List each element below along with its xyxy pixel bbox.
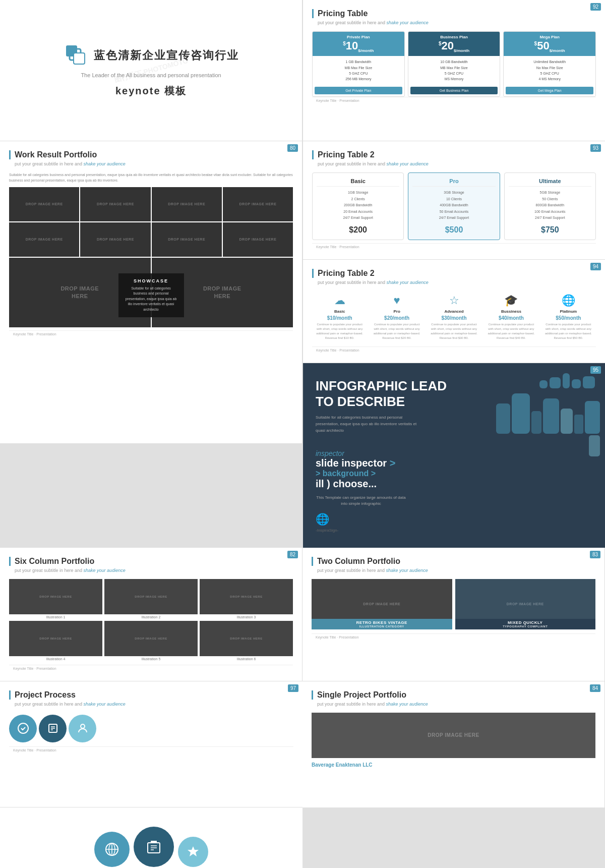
process-circles	[9, 715, 293, 742]
pricing-card-business: Business Plan $20$/month 10 GB Bandwidth…	[408, 31, 501, 97]
showcase-overlay: SHOWCASE Suitable for all categories bus…	[118, 273, 184, 318]
six-col-panel: 82 Six Column Portfolio put your great s…	[0, 548, 302, 681]
grad-icon: 🎓	[486, 294, 536, 307]
svg-point-8	[81, 724, 85, 728]
pricing3-basic-price: $10/month	[314, 315, 365, 321]
card-btn-mega[interactable]: Get Mega Plan	[506, 87, 593, 94]
six-col-item-3: DROP IMAGE HERE Illustration 3	[200, 579, 293, 619]
card-btn-private[interactable]: Get Private Plan	[315, 87, 402, 94]
pricing3-pro-name: Pro	[371, 309, 422, 314]
cover-subtitle-en: The Leader of the All business and perso…	[81, 72, 221, 78]
pricing3-platinum-price: $50/month	[543, 315, 594, 321]
infographic-panel: 95	[303, 363, 605, 548]
pricing3-subtitle: put your great subtitle in here and shak…	[312, 280, 596, 285]
card-header-mega: Mega Plan $50$/month	[504, 32, 595, 56]
pricing2-basic-features: 1GB Storage2 Clients200GB Bandwidth20 Em…	[317, 190, 399, 221]
six-col-item-2: DROP IMAGE HERE Illustration 2	[104, 579, 198, 619]
six-col-subtitle: put your great subtitle in here and shak…	[9, 568, 293, 573]
bottom-circle-3	[178, 837, 208, 867]
pricing2-footer: Keynote Title · Presentation	[312, 243, 596, 250]
bottom-circle-2	[134, 827, 174, 867]
project-process-title: Project Process	[9, 690, 293, 700]
pricing2-pro-title: Pro	[412, 178, 495, 187]
drop-image-container: DROP IMAGE HERE DROP IMAGE HERE DROP IMA…	[9, 187, 293, 327]
project-process-subtitle: put your great subtitle in here and shak…	[9, 702, 293, 707]
pricing-card-private: Private Plan $10$/month 1 GB BandwidthMB…	[312, 31, 405, 97]
panel-number-92: 92	[590, 3, 601, 11]
pricing3-card-business: 🎓 Bussiness $40/month Continue to popula…	[483, 291, 538, 343]
panel-number-97: 97	[288, 684, 298, 692]
six-col-grid: DROP IMAGE HERE Illustration 1 DROP IMAG…	[9, 579, 293, 661]
svg-rect-2	[74, 53, 85, 64]
six-col-label-2: Illustration 2	[104, 615, 198, 619]
two-col-footer: Keynote Title · Presentation	[312, 633, 595, 641]
drop-cell-2: DROP IMAGE HERE	[80, 187, 150, 221]
two-col-label-1: RETRO BIKES VINTAGE Illustration Categor…	[312, 619, 452, 629]
pricing2-cards: Basic 1GB Storage2 Clients200GB Bandwidt…	[312, 172, 596, 240]
panel-number-84: 84	[590, 684, 600, 692]
six-col-label-1: Illustration 1	[9, 615, 102, 619]
single-proj-title: Single Project Portfolio	[312, 690, 595, 700]
two-col-cell-2: DROP IMAGE HERE MIXED QUICKLY Typography…	[455, 579, 596, 629]
drop-cell-3: DROP IMAGE HERE	[152, 187, 222, 221]
bottom-circles	[9, 827, 293, 867]
card-btn-business[interactable]: Get Business Plan	[410, 87, 498, 94]
pricing1-cards: Private Plan $10$/month 1 GB BandwidthMB…	[312, 31, 596, 97]
right-column: 93 Pricing Table 2 put your great subtit…	[302, 141, 605, 548]
infographic-main-title: INFOGRAPHIC LEADTO DESCRIBE	[316, 378, 592, 410]
inspirasign: -InspiraSign-	[316, 528, 592, 533]
pricing3-basic-desc: Continue to populate your product with s…	[314, 322, 365, 340]
pricing3-panel: 94 Pricing Table 2 put your great subtit…	[303, 260, 605, 363]
six-col-item-4: DROP IMAGE HERE Illustration 4	[9, 621, 102, 661]
pricing3-cards: ☁ Basic $10/month Continue to populate y…	[312, 291, 596, 343]
drop-cell-1: DROP IMAGE HERE	[9, 187, 79, 221]
pricing2-ultimate-price: $750	[509, 225, 591, 235]
inspector-line1: inspector	[316, 449, 592, 457]
pricing2-subtitle: put your great subtitle in here and shak…	[312, 161, 596, 166]
six-col-cell-4: DROP IMAGE HERE	[9, 621, 102, 656]
panel-number-80: 80	[287, 144, 298, 152]
pricing2-ultimate-title: Ultimate	[509, 178, 591, 187]
two-col-grid: DROP IMAGE HERE RETRO BIKES VINTAGE Illu…	[312, 579, 595, 629]
pricing-card-mega: Mega Plan $50$/month Unlimited Bandwidth…	[503, 31, 596, 97]
pricing2-pro-price: $500	[412, 225, 495, 235]
globe-icon: 🌐	[543, 294, 594, 307]
six-col-label-5: Illustration 5	[104, 657, 198, 661]
cloud-icon: ☁	[314, 294, 365, 307]
pricing3-advanced-desc: Continue to populate your product with s…	[429, 322, 479, 340]
inspector-line4: ill ) choose...	[316, 478, 592, 490]
drop-cell-8: DROP IMAGE HERE	[223, 222, 293, 257]
six-col-label-4: Illustration 4	[9, 657, 102, 661]
inspector-block: inspector slide inspector > > background…	[316, 449, 592, 490]
pricing3-card-platinum: 🌐 Platinum $50/month Continue to populat…	[541, 291, 596, 343]
pricing2-basic-price: $200	[317, 225, 399, 235]
bottom-right-panel	[0, 807, 302, 868]
drop-cell-7: DROP IMAGE HERE	[152, 222, 222, 257]
portfolio-work-title: Work Result Portfolio	[9, 150, 293, 159]
cover-logo: 蓝色清新企业宣传咨询行业	[64, 43, 239, 68]
panel-number-95: 95	[590, 366, 601, 374]
pricing3-title: Pricing Table 2	[312, 269, 596, 278]
svg-point-3	[18, 723, 28, 733]
drop-cell-4: DROP IMAGE HERE	[223, 187, 293, 221]
pricing2-card-pro: Pro 3GB Storage10 Clients400GB Bandwidth…	[408, 172, 500, 240]
inspector-line3: > background >	[316, 469, 592, 478]
card-header-business: Business Plan $20$/month	[408, 32, 500, 56]
pricing1-subtitle: put your great subtitle in here and shak…	[312, 20, 596, 25]
panel-number-83: 83	[590, 551, 600, 558]
project-process-panel: 97 Project Process put your great subtit…	[0, 681, 302, 807]
pricing3-platinum-name: Platinum	[543, 309, 594, 314]
six-col-cell-1: DROP IMAGE HERE	[9, 579, 102, 614]
panel-number-82: 82	[287, 551, 298, 558]
star-icon: ☆	[429, 294, 479, 307]
process-icon-3	[77, 722, 89, 734]
pricing3-advanced-price: $30/month	[429, 315, 479, 321]
two-col-cell-1: DROP IMAGE HERE RETRO BIKES VINTAGE Illu…	[312, 579, 452, 629]
six-col-label-6: Illustration 6	[200, 657, 293, 661]
pricing1-footer: Keynote Title · Presentation	[312, 97, 596, 104]
single-proj-company: Baverage Enaktenan LLC	[312, 762, 595, 768]
showcase-desc: Suitable for all categories business and…	[125, 286, 178, 313]
bottom-icon-1	[104, 842, 119, 857]
panel-number-94: 94	[590, 263, 601, 270]
panel-number-93: 93	[590, 144, 601, 152]
